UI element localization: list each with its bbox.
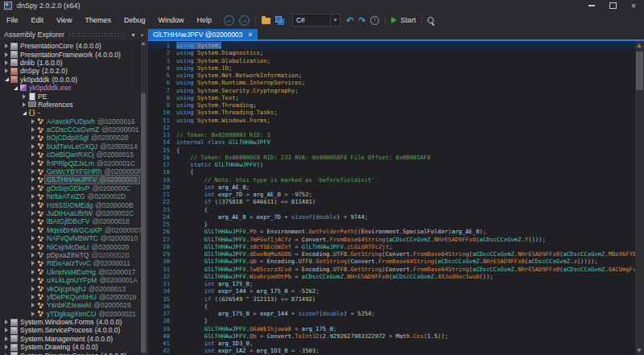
code-line-8[interactable]: 8using System.Text; [148, 94, 635, 101]
panel-menu-button[interactable]: ▾ [129, 31, 138, 39]
code-line-41[interactable]: 41 int arg_1D3_0; [148, 340, 635, 347]
tree-item-vkOIjcpIsghJ[interactable]: vkOIjcpIsghJ@02000013 [0, 284, 142, 292]
expander-icon[interactable] [30, 253, 36, 258]
expander-icon[interactable] [30, 203, 36, 208]
expander-icon[interactable] [3, 60, 10, 65]
code-line-34[interactable]: 34 int expr_144 = arg_175_0 = -5262; [148, 287, 635, 295]
open-file-button[interactable] [262, 16, 270, 24]
code-line-10[interactable]: 10using System.Threading.Tasks; [148, 109, 635, 116]
expander-icon[interactable] [12, 86, 19, 90]
expander-icon[interactable] [30, 152, 36, 157]
tab-close-icon[interactable]: × [248, 31, 252, 39]
code-line-33[interactable]: 33 int arg_175_0; [148, 280, 635, 287]
expander-icon[interactable] [30, 119, 36, 124]
code-line-25[interactable]: 25 } [148, 221, 635, 228]
tree-item-htrltaATxIZG[interactable]: htrltaATxIZG@0200002D [0, 192, 142, 200]
scroll-up-icon[interactable] [141, 42, 146, 45]
tree-item-fHPRlpQZJxLm[interactable]: fHPRlpQZJxLm@0200001C [0, 159, 142, 167]
expander-icon[interactable] [30, 312, 36, 316]
expander-icon[interactable] [30, 245, 36, 250]
expander-icon[interactable] [21, 102, 27, 107]
code-line-32[interactable]: 32 GlLTHHAwJPFV.WieRcyaHOtPb = aCDscCCxG… [148, 273, 635, 280]
tree-item-System.ServiceProcess[interactable]: System.ServiceProcess(4.0.0.0) [0, 326, 142, 334]
expander-icon[interactable] [3, 77, 10, 81]
code-line-21[interactable]: 21 int expr_7D = arg_AE_0 = -9752; [148, 191, 635, 198]
code-line-3[interactable]: 3using System.Globalization; [148, 57, 635, 64]
code-line-30[interactable]: 30 GlLTHHAwJPFV.qb = Encoding.UTF8.GetSt… [148, 258, 635, 265]
save-all-button[interactable] [275, 19, 287, 23]
language-combobox[interactable]: C# ▾ [292, 14, 341, 27]
expander-icon[interactable] [30, 135, 36, 140]
tree-item-System.DirectoryServices[interactable]: System.DirectoryServices(4.0.0.0) [0, 351, 142, 355]
tree-item-REixAaIzTvvC[interactable]: REixAaIzTvvC@02000011 [0, 259, 142, 267]
menu-edit[interactable]: Edit [25, 11, 51, 29]
tree-item-NAFvQvfvBWTC[interactable]: NAFvQvfvBWTC@02000010 [0, 234, 142, 242]
code-line-9[interactable]: 9using System.Threading; [148, 101, 635, 109]
tree-item-yfDePKQunhHU[interactable]: yfDePKQunhHU@02000019 [0, 293, 142, 301]
code-line-37[interactable]: 37 arg_175_0 = expr_144 + sizeof(double)… [148, 310, 635, 317]
code-line-36[interactable]: 36 { [148, 303, 635, 310]
tree-item-uXLkLgnUYFpM[interactable]: uXLkLgnUYFpM@0200001A [0, 276, 142, 284]
expander-icon[interactable] [30, 194, 36, 199]
code-line-24[interactable]: 24 arg_AE_0 = expr_7D + sizeof(double) +… [148, 213, 635, 221]
expander-icon[interactable] [30, 144, 36, 149]
decompiled-code[interactable]: 1using System;2using System.Diagnostics;… [148, 41, 635, 355]
close-button[interactable]: × [623, 0, 644, 11]
expander-icon[interactable] [3, 52, 10, 57]
start-debug-button[interactable]: Start [391, 16, 415, 24]
code-line-7[interactable]: 7using System.Security.Cryptography; [148, 87, 635, 94]
expander-icon[interactable] [30, 161, 36, 166]
expander-icon[interactable] [3, 345, 10, 349]
code-line-31[interactable]: 31 GlLTHHAwJPFV.lw85czrzXCvd = Encoding.… [148, 266, 635, 273]
expander-icon[interactable] [21, 94, 27, 99]
code-line-35[interactable]: 35 if ((626549 ^ 312113) == 871492) [148, 295, 635, 303]
expander-icon[interactable] [30, 287, 36, 291]
tree-item-JuDIHAaUfzIW[interactable]: JuDIHAaUfzIW@0200002C [0, 209, 142, 217]
tab-gllthhawjpfv[interactable]: GlLTHHAwJPFV @02000003 × [148, 29, 258, 39]
tree-item-References[interactable]: References [0, 101, 142, 109]
tree-item-GeWcYBYFSHRh[interactable]: GeWcYBYFSHRh@0200000F [0, 167, 142, 175]
minimize-button[interactable] [581, 0, 602, 11]
expander-icon[interactable] [3, 336, 10, 341]
tree-item-System.Management[interactable]: System.Management(4.0.0.0) [0, 335, 142, 343]
tree-item-[interactable]: {}- [0, 109, 142, 117]
code-line-4[interactable]: 4using System.IO; [148, 64, 635, 72]
editor-scrollbar[interactable] [635, 41, 644, 355]
code-line-38[interactable]: 38 } [148, 317, 635, 324]
scrollbar-thumb[interactable] [636, 52, 643, 90]
scrollbar-thumb[interactable] [141, 93, 146, 353]
expander-icon[interactable] [30, 219, 36, 224]
tree-item-AAsvckPUDpvh[interactable]: AAsvckPUDpvh@02000016 [0, 118, 142, 126]
code-line-18[interactable]: 18 { [148, 168, 635, 175]
tree-item-bOjCDdpIISgl[interactable]: bOjCDdpIISgl@02000028 [0, 134, 142, 142]
expander-icon[interactable] [30, 303, 36, 308]
expander-icon[interactable] [30, 186, 36, 191]
expander-icon[interactable] [30, 127, 36, 132]
expander-icon[interactable] [30, 261, 36, 266]
code-line-27[interactable]: 27 GlLTHHAwJPFV.7mPGofIjACfz = Convert.F… [148, 236, 635, 243]
expander-icon[interactable] [30, 278, 36, 283]
code-line-19[interactable]: 19 // Note: this type is marked as 'befo… [148, 176, 635, 184]
menu-window[interactable]: Window [151, 11, 190, 29]
expander-icon[interactable] [30, 295, 36, 299]
code-line-2[interactable]: 2using System.Diagnostics; [148, 49, 635, 56]
tree-item-PresentationFramework[interactable]: PresentationFramework(4.0.0.0) [0, 50, 142, 58]
code-line-13[interactable]: 13// Token: 0x02000003 RID: 3 [148, 131, 635, 138]
scroll-down-icon[interactable] [637, 349, 642, 353]
code-line-26[interactable]: 26 GlLTHHAwJPFV.Pb = Environment.GetFold… [148, 228, 635, 235]
navigate-forward-button[interactable]: → [239, 15, 250, 26]
code-line-20[interactable]: 20 int arg_AE_0; [148, 184, 635, 191]
tree-item-cDeBlQanRXCj[interactable]: cDeBlQanRXCj@02000015 [0, 151, 142, 159]
code-line-39[interactable]: 39 GlLTHHAwJPFV.U6aWE1hjuwaB = arg_175_0… [148, 325, 635, 332]
tree-item-NiCsjrMcDeLI[interactable]: NiCsjrMcDeLI@02000020 [0, 242, 142, 250]
code-line-5[interactable]: 5using System.Net.NetworkInformation; [148, 72, 635, 79]
expander-icon[interactable] [30, 177, 36, 182]
tree-item-System.Drawing[interactable]: System.Drawing(4.0.0.0) [0, 343, 142, 351]
tree-item-HztiSSIOMEdg[interactable]: HztiSSIOMEdg@0200000B [0, 200, 142, 208]
expander-icon[interactable] [3, 328, 10, 332]
tree-item-UknxNsMEurHg[interactable]: UknxNsMEurHg@02000017 [0, 268, 142, 276]
menu-debug[interactable]: Debug [118, 11, 152, 29]
expander-icon[interactable] [30, 236, 36, 241]
menu-view[interactable]: View [50, 11, 78, 29]
expander-icon[interactable] [3, 43, 10, 48]
